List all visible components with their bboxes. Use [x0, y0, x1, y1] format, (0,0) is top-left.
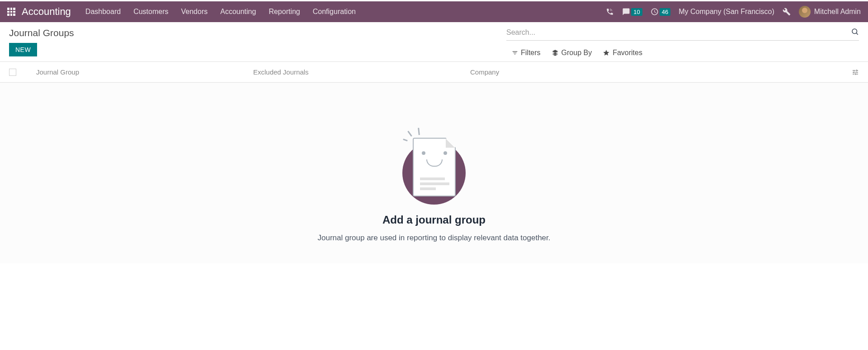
empty-state: Add a journal group Journal group are us… — [0, 83, 868, 263]
nav-item-reporting[interactable]: Reporting — [269, 8, 300, 16]
search-input[interactable] — [506, 28, 851, 37]
groupby-button[interactable]: Group By — [552, 49, 592, 57]
user-name-label: Mitchell Admin — [814, 8, 861, 16]
filters-label: Filters — [521, 49, 541, 57]
column-header-journal-group[interactable]: Journal Group — [36, 68, 253, 76]
user-menu[interactable]: Mitchell Admin — [799, 6, 861, 18]
nav-item-dashboard[interactable]: Dashboard — [85, 8, 121, 16]
favorites-button[interactable]: Favorites — [603, 49, 642, 57]
column-header-company[interactable]: Company — [470, 68, 845, 76]
svg-line-1 — [856, 33, 858, 34]
voip-icon[interactable] — [606, 8, 614, 16]
control-panel: Journal Groups NEW Filters Group By — [0, 22, 868, 62]
nav-menu: Dashboard Customers Vendors Accounting R… — [85, 8, 606, 16]
main-navbar: Accounting Dashboard Customers Vendors A… — [0, 1, 868, 22]
nav-item-configuration[interactable]: Configuration — [313, 8, 356, 16]
search-icon[interactable] — [851, 28, 859, 37]
empty-state-title: Add a journal group — [382, 214, 486, 226]
messages-badge: 10 — [631, 8, 642, 16]
new-button[interactable]: NEW — [9, 43, 37, 56]
favorites-label: Favorites — [613, 49, 642, 57]
empty-state-icon — [396, 128, 472, 205]
list-header: Journal Group Excluded Journals Company — [0, 62, 868, 83]
nav-item-vendors[interactable]: Vendors — [181, 8, 208, 16]
apps-menu-icon[interactable] — [7, 8, 15, 16]
page-title: Journal Groups — [9, 28, 74, 38]
user-avatar — [799, 6, 811, 18]
nav-item-accounting[interactable]: Accounting — [220, 8, 256, 16]
svg-point-0 — [852, 29, 857, 34]
optional-columns-icon[interactable] — [845, 69, 859, 76]
debug-icon[interactable] — [783, 8, 791, 16]
groupby-label: Group By — [561, 49, 592, 57]
select-all-checkbox[interactable] — [9, 69, 16, 76]
filters-button[interactable]: Filters — [512, 49, 541, 57]
company-switcher[interactable]: My Company (San Francisco) — [679, 8, 774, 16]
column-header-excluded-journals[interactable]: Excluded Journals — [253, 68, 470, 76]
app-title[interactable]: Accounting — [22, 6, 71, 18]
messages-button[interactable]: 10 — [622, 8, 642, 16]
activities-button[interactable]: 46 — [651, 8, 670, 16]
activities-badge: 46 — [660, 8, 670, 16]
empty-state-description: Journal group are used in reporting to d… — [317, 233, 550, 243]
nav-item-customers[interactable]: Customers — [133, 8, 168, 16]
